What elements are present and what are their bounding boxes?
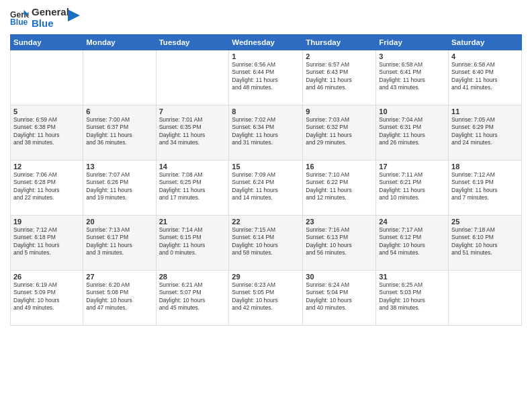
calendar-cell: 16Sunrise: 7:10 AM Sunset: 6:22 PM Dayli… [303,161,376,216]
calendar-week-row: 26Sunrise: 6:19 AM Sunset: 5:09 PM Dayli… [11,271,522,326]
day-info: Sunrise: 7:15 AM Sunset: 6:14 PM Dayligh… [232,226,300,257]
header: General Blue General Blue [10,7,522,29]
calendar-cell: 15Sunrise: 7:09 AM Sunset: 6:24 PM Dayli… [229,161,303,216]
day-info: Sunrise: 6:20 AM Sunset: 5:08 PM Dayligh… [86,281,152,312]
calendar-cell: 24Sunrise: 7:17 AM Sunset: 6:12 PM Dayli… [376,216,449,271]
day-number: 2 [306,52,373,60]
calendar-cell: 31Sunrise: 6:25 AM Sunset: 5:03 PM Dayli… [376,271,449,326]
day-info: Sunrise: 6:59 AM Sunset: 6:38 PM Dayligh… [13,116,80,147]
day-info: Sunrise: 7:01 AM Sunset: 6:35 PM Dayligh… [159,116,226,147]
logo-icon: General Blue [10,9,29,28]
day-number: 14 [159,163,226,171]
weekday-header-friday: Friday [376,35,449,50]
logo-arrow-icon [68,9,80,21]
day-number: 9 [306,107,373,116]
calendar-cell: 19Sunrise: 7:12 AM Sunset: 6:18 PM Dayli… [11,216,83,271]
weekday-header-tuesday: Tuesday [156,35,229,50]
calendar-week-row: 19Sunrise: 7:12 AM Sunset: 6:18 PM Dayli… [11,216,522,271]
day-number: 24 [379,218,445,226]
calendar-cell: 23Sunrise: 7:16 AM Sunset: 6:13 PM Dayli… [303,216,376,271]
day-number: 8 [232,107,300,116]
weekday-header-wednesday: Wednesday [229,35,303,50]
day-number: 1 [232,52,300,60]
day-info: Sunrise: 7:09 AM Sunset: 6:24 PM Dayligh… [232,171,300,202]
day-info: Sunrise: 7:18 AM Sunset: 6:10 PM Dayligh… [451,226,519,257]
calendar-cell: 18Sunrise: 7:12 AM Sunset: 6:19 PM Dayli… [449,161,522,216]
day-info: Sunrise: 7:02 AM Sunset: 6:34 PM Dayligh… [232,116,300,147]
day-number: 22 [232,218,300,226]
calendar-cell: 4Sunrise: 6:58 AM Sunset: 6:40 PM Daylig… [449,50,522,105]
day-info: Sunrise: 7:08 AM Sunset: 6:25 PM Dayligh… [159,171,226,202]
day-info: Sunrise: 7:04 AM Sunset: 6:31 PM Dayligh… [379,116,445,147]
calendar-cell: 17Sunrise: 7:11 AM Sunset: 6:21 PM Dayli… [376,161,449,216]
calendar-week-row: 5Sunrise: 6:59 AM Sunset: 6:38 PM Daylig… [11,105,522,161]
calendar-cell [83,50,156,105]
weekday-header-monday: Monday [83,35,156,50]
day-info: Sunrise: 6:23 AM Sunset: 5:05 PM Dayligh… [232,281,300,312]
calendar-cell: 6Sunrise: 7:00 AM Sunset: 6:37 PM Daylig… [83,105,156,161]
day-number: 28 [159,273,226,281]
calendar-cell: 26Sunrise: 6:19 AM Sunset: 5:09 PM Dayli… [11,271,83,326]
day-number: 27 [86,273,152,281]
day-info: Sunrise: 6:25 AM Sunset: 5:03 PM Dayligh… [379,281,445,312]
calendar-cell: 27Sunrise: 6:20 AM Sunset: 5:08 PM Dayli… [83,271,156,326]
day-info: Sunrise: 7:06 AM Sunset: 6:28 PM Dayligh… [13,171,80,202]
day-number: 12 [13,163,80,171]
day-info: Sunrise: 6:19 AM Sunset: 5:09 PM Dayligh… [13,281,80,312]
calendar-cell: 10Sunrise: 7:04 AM Sunset: 6:31 PM Dayli… [376,105,449,161]
day-info: Sunrise: 7:14 AM Sunset: 6:15 PM Dayligh… [159,226,226,257]
calendar-cell: 8Sunrise: 7:02 AM Sunset: 6:34 PM Daylig… [229,105,303,161]
day-number: 19 [13,218,80,226]
calendar-cell: 20Sunrise: 7:13 AM Sunset: 6:17 PM Dayli… [83,216,156,271]
day-info: Sunrise: 7:10 AM Sunset: 6:22 PM Dayligh… [306,171,373,202]
day-number: 3 [379,52,445,60]
day-info: Sunrise: 7:17 AM Sunset: 6:12 PM Dayligh… [379,226,445,257]
weekday-header-sunday: Sunday [11,35,83,50]
calendar-cell: 22Sunrise: 7:15 AM Sunset: 6:14 PM Dayli… [229,216,303,271]
calendar-cell: 14Sunrise: 7:08 AM Sunset: 6:25 PM Dayli… [156,161,229,216]
day-info: Sunrise: 6:58 AM Sunset: 6:41 PM Dayligh… [379,61,445,92]
weekday-header-saturday: Saturday [449,35,522,50]
calendar-cell: 30Sunrise: 6:24 AM Sunset: 5:04 PM Dayli… [303,271,376,326]
calendar-cell: 2Sunrise: 6:57 AM Sunset: 6:43 PM Daylig… [303,50,376,105]
calendar-cell: 11Sunrise: 7:05 AM Sunset: 6:29 PM Dayli… [449,105,522,161]
weekday-header-row: SundayMondayTuesdayWednesdayThursdayFrid… [11,35,522,50]
day-info: Sunrise: 6:21 AM Sunset: 5:07 PM Dayligh… [159,281,226,312]
day-number: 31 [379,273,445,281]
day-number: 7 [159,107,226,116]
day-info: Sunrise: 7:03 AM Sunset: 6:32 PM Dayligh… [306,116,373,147]
day-info: Sunrise: 6:56 AM Sunset: 6:44 PM Dayligh… [232,61,300,92]
day-number: 20 [86,218,152,226]
calendar-cell: 5Sunrise: 6:59 AM Sunset: 6:38 PM Daylig… [11,105,83,161]
svg-marker-3 [68,9,80,21]
calendar-cell: 28Sunrise: 6:21 AM Sunset: 5:07 PM Dayli… [156,271,229,326]
calendar-cell: 25Sunrise: 7:18 AM Sunset: 6:10 PM Dayli… [449,216,522,271]
calendar-cell [449,271,522,326]
day-number: 15 [232,163,300,171]
day-info: Sunrise: 6:58 AM Sunset: 6:40 PM Dayligh… [451,61,519,92]
calendar-cell: 29Sunrise: 6:23 AM Sunset: 5:05 PM Dayli… [229,271,303,326]
day-info: Sunrise: 7:00 AM Sunset: 6:37 PM Dayligh… [86,116,152,147]
calendar-week-row: 12Sunrise: 7:06 AM Sunset: 6:28 PM Dayli… [11,161,522,216]
day-number: 13 [86,163,152,171]
day-number: 23 [306,218,373,226]
calendar-cell: 12Sunrise: 7:06 AM Sunset: 6:28 PM Dayli… [11,161,83,216]
day-number: 29 [232,273,300,281]
page: General Blue General Blue SundayMondayTu… [0,0,532,411]
weekday-header-thursday: Thursday [303,35,376,50]
day-info: Sunrise: 7:16 AM Sunset: 6:13 PM Dayligh… [306,226,373,257]
day-info: Sunrise: 7:05 AM Sunset: 6:29 PM Dayligh… [451,116,519,147]
day-number: 21 [159,218,226,226]
calendar-cell: 9Sunrise: 7:03 AM Sunset: 6:32 PM Daylig… [303,105,376,161]
day-info: Sunrise: 7:12 AM Sunset: 6:18 PM Dayligh… [13,226,80,257]
calendar-cell: 3Sunrise: 6:58 AM Sunset: 6:41 PM Daylig… [376,50,449,105]
calendar-cell [11,50,83,105]
calendar-cell: 7Sunrise: 7:01 AM Sunset: 6:35 PM Daylig… [156,105,229,161]
day-number: 16 [306,163,373,171]
logo-general: General [32,7,69,18]
day-info: Sunrise: 7:12 AM Sunset: 6:19 PM Dayligh… [451,171,519,202]
calendar-week-row: 1Sunrise: 6:56 AM Sunset: 6:44 PM Daylig… [11,50,522,105]
svg-text:Blue: Blue [10,17,28,27]
calendar-cell: 21Sunrise: 7:14 AM Sunset: 6:15 PM Dayli… [156,216,229,271]
day-number: 10 [379,107,445,116]
